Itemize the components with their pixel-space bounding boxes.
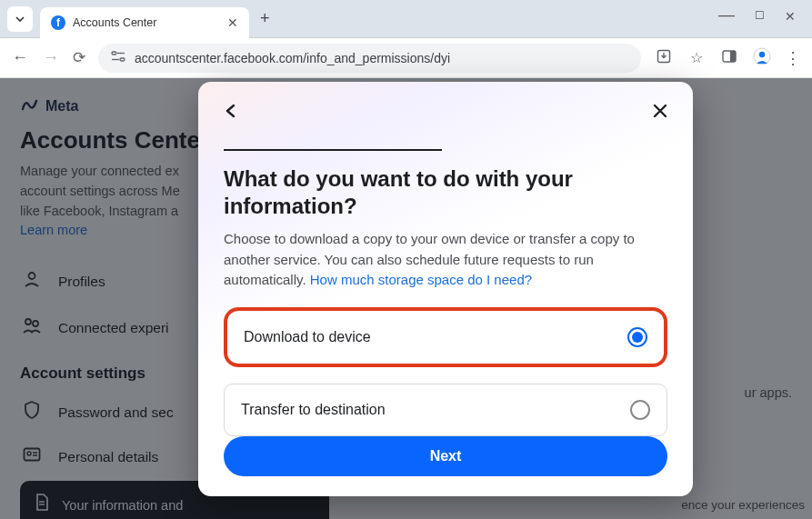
storage-link[interactable]: How much storage space do I need?: [310, 272, 532, 287]
svg-rect-2: [120, 58, 125, 61]
url-text: accountscenter.facebook.com/info_and_per…: [135, 51, 450, 65]
modal-close-button[interactable]: [653, 102, 667, 123]
radio-unchecked-icon: [630, 400, 650, 420]
option-label: Download to device: [244, 329, 371, 345]
option-download-to-device[interactable]: Download to device: [224, 307, 667, 367]
address-bar[interactable]: accountscenter.facebook.com/info_and_per…: [98, 44, 641, 73]
next-button[interactable]: Next: [224, 436, 667, 476]
reload-button[interactable]: ⟳: [73, 48, 85, 67]
option-label: Transfer to destination: [241, 402, 386, 418]
tab-title: Accounts Center: [73, 16, 220, 29]
profile-avatar-icon[interactable]: [752, 47, 772, 69]
facebook-favicon-icon: f: [51, 15, 65, 30]
window-controls: — ☐ ✕: [718, 9, 805, 28]
option-transfer-to-destination[interactable]: Transfer to destination: [224, 384, 667, 436]
side-panel-icon[interactable]: [719, 50, 739, 66]
browser-menu-icon[interactable]: ⋮: [785, 48, 801, 68]
window-minimize-icon[interactable]: —: [718, 5, 735, 25]
browser-tab[interactable]: f Accounts Center ✕: [40, 7, 249, 38]
modal-description: Choose to download a copy to your own de…: [224, 229, 667, 291]
window-close-icon[interactable]: ✕: [785, 9, 796, 28]
download-info-modal: What do you want to do with your informa…: [198, 82, 693, 496]
modal-heading: What do you want to do with your informa…: [224, 165, 667, 220]
site-settings-icon[interactable]: [111, 50, 125, 65]
install-app-icon[interactable]: [654, 49, 674, 67]
radio-checked-icon: [627, 327, 647, 347]
modal-back-button[interactable]: [224, 100, 238, 124]
progress-indicator: [224, 149, 442, 151]
back-button[interactable]: ←: [11, 48, 29, 67]
window-maximize-icon[interactable]: ☐: [755, 9, 765, 28]
new-tab-button[interactable]: +: [260, 9, 270, 28]
svg-rect-6: [730, 51, 736, 62]
browser-tab-strip: f Accounts Center ✕ + — ☐ ✕: [0, 0, 812, 38]
svg-point-8: [759, 51, 765, 56]
browser-toolbar: ← → ⟳ accountscenter.facebook.com/info_a…: [0, 38, 812, 78]
forward-button[interactable]: →: [42, 48, 60, 67]
bookmark-star-icon[interactable]: ☆: [687, 49, 707, 66]
tab-close-icon[interactable]: ✕: [227, 15, 238, 30]
tab-list-dropdown[interactable]: [7, 6, 33, 32]
svg-rect-0: [112, 52, 116, 55]
